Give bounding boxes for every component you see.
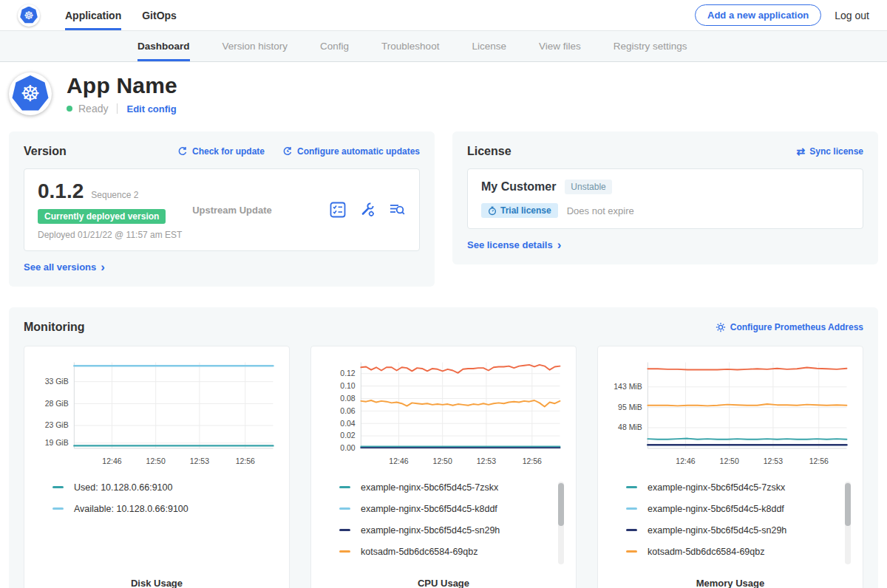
legend-item: example-nginx-5bc6f5d4c5-7zskx: [626, 482, 854, 493]
gear-icon: [716, 322, 726, 332]
configure-prometheus-link[interactable]: Configure Prometheus Address: [716, 322, 863, 332]
legend-label: example-nginx-5bc6f5d4c5-k8ddf: [361, 504, 497, 514]
legend-item: example-nginx-5bc6f5d4c5-7zskx: [339, 482, 567, 493]
kubernetes-logo[interactable]: ☸: [18, 4, 40, 27]
ready-status-label: Ready: [78, 103, 108, 114]
config-wrench-icon[interactable]: [358, 201, 376, 219]
svg-text:23 GiB: 23 GiB: [45, 421, 69, 429]
legend-label: example-nginx-5bc6f5d4c5-7zskx: [648, 482, 785, 493]
chart-legend: example-nginx-5bc6f5d4c5-7zskxexample-ng…: [320, 482, 567, 558]
chart-title: Disk Usage: [33, 578, 280, 588]
legend-color-dash-icon: [339, 507, 350, 510]
chart-legend: example-nginx-5bc6f5d4c5-7zskxexample-ng…: [607, 482, 854, 558]
sub-nav-tab-version-history[interactable]: Version history: [222, 31, 288, 61]
auto-update-clock-icon: [282, 146, 293, 157]
svg-text:143 MiB: 143 MiB: [614, 383, 642, 391]
trial-license-badge: Trial license: [481, 203, 558, 218]
chevron-right-icon: ›: [101, 262, 105, 273]
refresh-icon: [177, 146, 188, 157]
sequence-label: Sequence 2: [91, 190, 138, 200]
chart-legend-wrap: example-nginx-5bc6f5d4c5-7zskxexample-ng…: [320, 482, 567, 570]
svg-text:12:46: 12:46: [676, 457, 695, 465]
svg-text:12:50: 12:50: [720, 457, 739, 465]
monitoring-header: Monitoring Configure Prometheus Address: [24, 321, 863, 334]
usage-chart: 0.120.100.080.060.040.020.0012:4612:5012…: [320, 355, 567, 470]
sync-arrows-icon: ⇄: [797, 146, 806, 157]
legend-scrollbar-thumb[interactable]: [558, 483, 564, 526]
svg-text:33 GiB: 33 GiB: [45, 377, 69, 386]
app-avatar: ☸: [9, 72, 52, 115]
sub-nav-tabs: DashboardVersion historyConfigTroublesho…: [137, 31, 887, 61]
deployed-timestamp: Deployed 01/21/22 @ 11:57 am EST: [38, 230, 192, 240]
add-application-button[interactable]: Add a new application: [695, 4, 821, 26]
license-card: License ⇄ Sync license My Customer Unsta…: [452, 131, 878, 264]
deploy-logs-icon[interactable]: [388, 201, 406, 219]
legend-item: example-nginx-5bc6f5d4c5-sn29h: [626, 524, 854, 536]
app-header: ☸ App Name Ready Edit config: [0, 62, 887, 127]
sub-nav: DashboardVersion historyConfigTroublesho…: [0, 31, 887, 62]
chart-legend-wrap: example-nginx-5bc6f5d4c5-7zskxexample-ng…: [607, 482, 854, 570]
usage-chart: 143 MiB95 MiB48 MiB12:4612:5012:5312:56: [607, 355, 854, 470]
svg-text:0.02: 0.02: [340, 431, 356, 440]
sub-nav-tab-troubleshoot[interactable]: Troubleshoot: [381, 31, 439, 61]
legend-label: Used: 10.128.0.66:9100: [74, 482, 172, 493]
legend-color-dash-icon: [339, 486, 350, 488]
legend-scrollbar-track: [558, 482, 564, 564]
svg-text:0.12: 0.12: [340, 369, 356, 377]
see-all-versions-link[interactable]: See all versions ›: [24, 261, 105, 273]
license-card-title: License: [467, 145, 512, 158]
ready-status-dot: [67, 106, 72, 112]
top-nav: ☸ ApplicationGitOps Add a new applicatio…: [0, 0, 887, 31]
kubernetes-wheel-icon: ☸: [21, 83, 41, 105]
sub-nav-tab-view-files[interactable]: View files: [539, 31, 581, 61]
svg-text:0.06: 0.06: [340, 407, 356, 415]
svg-text:0.04: 0.04: [340, 420, 356, 428]
dashboard-main: Version Check for update: [0, 131, 887, 588]
cards-row: Version Check for update: [9, 131, 878, 287]
sub-nav-tab-license[interactable]: License: [472, 31, 506, 61]
sync-license-link[interactable]: ⇄ Sync license: [797, 146, 863, 157]
preflight-checks-icon[interactable]: [329, 201, 347, 219]
svg-text:95 MiB: 95 MiB: [618, 403, 642, 411]
legend-label: kotsadm-5db6dc6584-69qbz: [361, 547, 478, 557]
top-nav-tab-gitops[interactable]: GitOps: [142, 0, 177, 30]
legend-item: Available: 10.128.0.66:9100: [52, 503, 280, 515]
logout-button[interactable]: Log out: [835, 10, 869, 21]
legend-color-dash-icon: [626, 529, 637, 531]
svg-text:12:50: 12:50: [433, 457, 452, 465]
legend-label: example-nginx-5bc6f5d4c5-sn29h: [361, 525, 500, 536]
app-header-text: App Name Ready Edit config: [67, 73, 177, 114]
legend-scrollbar-track: [845, 482, 851, 564]
legend-item: example-nginx-5bc6f5d4c5-sn29h: [339, 524, 567, 536]
legend-color-dash-icon: [626, 486, 637, 488]
legend-label: example-nginx-5bc6f5d4c5-k8ddf: [648, 504, 784, 514]
customer-row: My Customer Unstable: [481, 180, 849, 194]
see-license-details-link[interactable]: See license details ›: [467, 239, 561, 250]
current-version-panel: 0.1.2 Sequence 2 Currently deployed vers…: [24, 168, 420, 251]
svg-text:0.08: 0.08: [340, 394, 356, 403]
check-for-update-link[interactable]: Check for update: [177, 146, 265, 157]
chart-legend-wrap: Used: 10.128.0.66:9100Available: 10.128.…: [33, 482, 280, 570]
version-card-actions: Check for update Configure automatic upd…: [177, 146, 420, 157]
sub-nav-tab-registry-settings[interactable]: Registry settings: [614, 31, 687, 61]
svg-text:48 MiB: 48 MiB: [618, 423, 642, 431]
chart-card-memory-usage: 143 MiB95 MiB48 MiB12:4612:5012:5312:56 …: [597, 346, 863, 588]
svg-text:12:46: 12:46: [389, 457, 408, 465]
sub-nav-tab-dashboard[interactable]: Dashboard: [137, 31, 190, 61]
svg-text:12:53: 12:53: [190, 457, 209, 465]
legend-label: example-nginx-5bc6f5d4c5-sn29h: [648, 525, 786, 536]
svg-text:12:53: 12:53: [764, 457, 783, 465]
configure-automatic-updates-link[interactable]: Configure automatic updates: [282, 146, 420, 157]
legend-scrollbar-thumb[interactable]: [845, 483, 851, 526]
version-action-icons: [329, 201, 406, 219]
license-type-row: Trial license Does not expire: [481, 203, 849, 218]
top-nav-tab-application[interactable]: Application: [65, 0, 121, 30]
sub-nav-tab-config[interactable]: Config: [320, 31, 349, 61]
version-number-row: 0.1.2 Sequence 2: [38, 180, 192, 203]
edit-config-link[interactable]: Edit config: [126, 103, 176, 114]
version-card-title: Version: [24, 145, 67, 158]
legend-item: kotsadm-5db6dc6584-69qbz: [339, 546, 567, 558]
legend-color-dash-icon: [339, 550, 350, 553]
legend-item: kotsadm-5db6dc6584-69qbz: [626, 546, 854, 558]
kubernetes-wheel-icon: ☸: [24, 10, 33, 21]
